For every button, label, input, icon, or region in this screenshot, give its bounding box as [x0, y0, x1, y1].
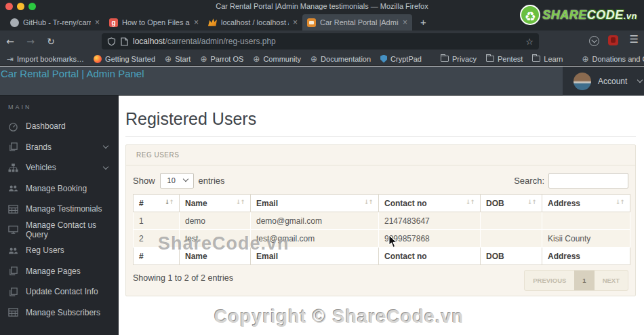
sort-icon[interactable]: ↓↑: [236, 199, 245, 205]
bookmarks-bar: ⇥Import bookmarks… Getting Started ⊕Star…: [0, 52, 644, 66]
sidebar: MAIN Dashboard Brands Vehicles Manage Bo…: [0, 96, 119, 335]
tracking-shield-icon[interactable]: [107, 37, 116, 46]
table-icon: [8, 204, 18, 214]
bookmark-folder-privacy[interactable]: Privacy: [441, 55, 477, 63]
new-tab-button[interactable]: +: [420, 16, 426, 28]
column-header-address[interactable]: Address↓↑: [542, 195, 630, 212]
avatar: [573, 73, 591, 90]
folder-icon: [441, 56, 449, 62]
bookmark-import[interactable]: ⇥Import bookmarks…: [7, 55, 84, 63]
sidebar-item-manage-pages[interactable]: Manage Pages: [0, 261, 119, 282]
page-title: Registered Users: [125, 109, 256, 129]
globe-icon: ⊕: [165, 55, 172, 63]
chevron-down-icon: [103, 164, 108, 170]
tab-close-icon[interactable]: ×: [293, 18, 298, 27]
sidebar-item-manage-subscribers[interactable]: Manage Subscribers: [0, 302, 119, 323]
folder-icon: [532, 56, 540, 62]
sort-icon[interactable]: ↓↑: [527, 199, 536, 205]
sidebar-item-manage-testimonials[interactable]: Manage Testimonials: [0, 199, 119, 220]
phpmyadmin-icon: [208, 18, 217, 27]
sidebar-item-update-contact-info[interactable]: Update Contact Info: [0, 281, 119, 302]
bookmark-start[interactable]: ⊕Start: [165, 55, 190, 63]
firefox-icon: [94, 55, 102, 63]
docs-icon: g: [109, 18, 118, 27]
globe-icon: ⊕: [582, 55, 588, 63]
bookmark-documentation[interactable]: ⊕Documentation: [310, 55, 371, 63]
reload-button[interactable]: ↻: [41, 36, 61, 47]
column-header-contact[interactable]: Contact no↓↑: [379, 195, 481, 212]
monitor-icon: [8, 224, 18, 235]
bookmark-donations[interactable]: ⊕Donations and Gadgets: [582, 55, 644, 63]
column-header-dob[interactable]: DOB↓↑: [481, 195, 542, 212]
tab-close-icon[interactable]: ×: [194, 18, 199, 27]
url-text[interactable]: localhost/carrental/admin/reg-users.php: [133, 37, 525, 46]
title-divider: [125, 136, 636, 137]
next-page-button[interactable]: NEXT: [595, 271, 628, 290]
bookmark-folder-pentest[interactable]: Pentest: [486, 55, 523, 63]
current-page-button[interactable]: 1: [574, 271, 594, 290]
pagination: PREVIOUS 1 NEXT: [524, 270, 628, 291]
column-header-id[interactable]: #↓↑: [134, 195, 180, 212]
sidebar-item-brands[interactable]: Brands: [0, 137, 119, 158]
page-size-select[interactable]: 10: [160, 173, 194, 189]
watermark-table: ShareCode.vn: [158, 233, 289, 254]
sort-icon[interactable]: ↓↑: [466, 199, 475, 205]
shield-icon: [380, 55, 387, 63]
previous-page-button[interactable]: PREVIOUS: [525, 271, 574, 290]
tab-how-to-open-files[interactable]: g How to Open Files and Fo ×: [104, 14, 203, 31]
tab-phpmyadmin[interactable]: localhost / localhost / car ×: [203, 14, 302, 31]
tab-close-icon[interactable]: ×: [95, 18, 100, 27]
navigation-toolbar: ← → ↻ localhost/carrental/admin/reg-user…: [0, 31, 644, 52]
column-header-email[interactable]: Email↓↑: [251, 195, 379, 212]
sidebar-item-reg-users[interactable]: Reg Users: [0, 240, 119, 261]
menu-hamburger-icon[interactable]: ☰: [630, 33, 639, 45]
sort-icon[interactable]: ↓↑: [364, 199, 373, 205]
tab-github[interactable]: GitHub - Tr-reny/carrenta ×: [5, 14, 104, 31]
users-icon: [8, 245, 18, 256]
sidebar-item-vehicles[interactable]: Vehicles: [0, 157, 119, 178]
sidebar-item-dashboard[interactable]: Dashboard: [0, 116, 119, 137]
search-label: Search:: [514, 176, 544, 186]
sharecode-recycle-icon: ♻: [520, 5, 540, 25]
sidebar-item-manage-contact-us-query[interactable]: Manage Contact us Query: [0, 220, 119, 241]
sort-icon[interactable]: ↓↑: [616, 199, 624, 205]
bookmark-parrot-os[interactable]: ⊕Parrot OS: [200, 55, 243, 63]
sidebar-item-manage-booking[interactable]: Manage Booking: [0, 178, 119, 199]
copy-icon: [8, 287, 18, 297]
bookmark-getting-started[interactable]: Getting Started: [94, 55, 155, 63]
logo-code-text: CODE: [587, 8, 624, 22]
extension-badge-icon[interactable]: [608, 35, 618, 45]
tab-close-icon[interactable]: ×: [403, 18, 407, 27]
table-info-text: Showing 1 to 2 of 2 entries: [133, 270, 233, 283]
github-icon: [10, 18, 19, 27]
account-menu-button[interactable]: Account: [563, 66, 644, 96]
logo-vn-text: .vn: [624, 11, 637, 21]
chevron-down-icon: [637, 77, 643, 83]
show-label: Show: [133, 176, 155, 186]
sitemap-icon: [8, 163, 18, 173]
globe-icon: ⊕: [310, 55, 317, 63]
table-row[interactable]: 1 demo demo@gmail.com 2147483647: [134, 212, 630, 230]
back-button[interactable]: ←: [0, 36, 20, 47]
users-icon: [8, 183, 18, 193]
admin-brand-title[interactable]: Car Rental Portal | Admin Panel: [1, 68, 144, 79]
pocket-icon[interactable]: [589, 36, 599, 46]
bookmark-star-icon[interactable]: ☆: [525, 37, 534, 47]
forward-button[interactable]: →: [20, 36, 41, 47]
mouse-cursor: [388, 235, 398, 251]
bookmark-folder-learn[interactable]: Learn: [532, 55, 563, 63]
url-bar[interactable]: localhost/carrental/admin/reg-users.php …: [102, 33, 539, 50]
table-header-row: #↓↑ Name↓↑ Email↓↑ Contact no↓↑ DOB↓↑ Ad…: [134, 195, 630, 212]
search-input[interactable]: [548, 173, 628, 189]
column-header-name[interactable]: Name↓↑: [180, 195, 251, 212]
page-info-icon[interactable]: [121, 37, 128, 46]
bookmark-community[interactable]: ⊕Community: [253, 55, 301, 63]
card-header: REG USERS: [126, 145, 635, 165]
bookmark-cryptpad[interactable]: CryptPad: [380, 55, 422, 63]
chevron-down-icon: [182, 176, 188, 182]
copy-icon: [8, 266, 18, 276]
gauge-icon: [8, 121, 18, 132]
tab-car-rental-portal-active[interactable]: Car Rental Portal |Admin ×: [302, 14, 412, 31]
sort-icon[interactable]: ↓↑: [165, 199, 174, 205]
account-label: Account: [598, 77, 627, 86]
